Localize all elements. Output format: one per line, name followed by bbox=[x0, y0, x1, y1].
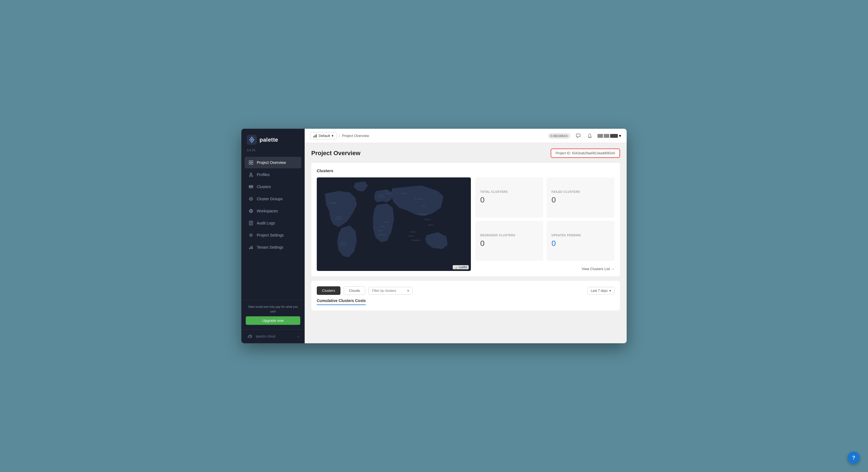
sidebar-item-label: Audit Logs bbox=[257, 221, 275, 225]
svg-text:Tanzania: Tanzania bbox=[408, 235, 414, 237]
clusters-grid: Canada NORTH AMERICA SOUTH AMERICA Unite… bbox=[317, 177, 615, 271]
clusters-section: Clusters bbox=[311, 163, 620, 276]
sidebar-item-profiles[interactable]: Profiles bbox=[245, 169, 301, 180]
sidebar-item-tenant-settings[interactable]: Tenant Settings bbox=[245, 241, 301, 253]
svg-text:Kingdom: Kingdom bbox=[378, 196, 385, 198]
sidebar-item-label: Cluster Groups bbox=[257, 197, 283, 201]
project-overview-icon bbox=[249, 160, 253, 165]
svg-text:Angola: Angola bbox=[380, 226, 385, 227]
chevron-down-icon: ▾ bbox=[609, 289, 611, 293]
svg-text:Russia: Russia bbox=[402, 193, 407, 194]
sidebar-item-label: Workspaces bbox=[257, 209, 278, 213]
svg-point-13 bbox=[250, 210, 252, 211]
sidebar-logo: palette bbox=[241, 129, 305, 147]
sidebar-item-label: Tenant Settings bbox=[257, 245, 283, 249]
world-map: Canada NORTH AMERICA SOUTH AMERICA Unite… bbox=[317, 177, 471, 271]
svg-text:Canada: Canada bbox=[329, 202, 336, 204]
svg-text:SOUTH: SOUTH bbox=[341, 242, 346, 244]
sidebar-bottom: spectro cloud ‹ bbox=[241, 329, 305, 343]
sidebar-item-label: Clusters bbox=[257, 184, 271, 189]
updates-pending-card: UPDATES PENDING 0 bbox=[547, 221, 615, 261]
svg-rect-23 bbox=[313, 136, 314, 138]
workspaces-icon bbox=[249, 208, 253, 213]
svg-text:Bangladesh: Bangladesh bbox=[418, 213, 427, 215]
main-content: Default ▾ / Project Overview 0.0$/100kCh bbox=[305, 129, 627, 343]
sidebar: palette 3.4.75 Project Overview bbox=[241, 129, 305, 343]
svg-text:Madagascar: Madagascar bbox=[412, 239, 420, 241]
upgrade-button[interactable]: Upgrade now bbox=[246, 316, 300, 325]
failed-clusters-label: FAILED CLUSTERS bbox=[552, 190, 580, 193]
svg-rect-1 bbox=[249, 161, 251, 162]
svg-rect-10 bbox=[249, 187, 253, 188]
svg-text:Iceland: Iceland bbox=[383, 190, 388, 192]
chat-icon[interactable] bbox=[575, 132, 582, 140]
cluster-stats: TOTAL CLUSTERS 0 FAILED CLUSTERS 0 DEGRA… bbox=[475, 177, 615, 261]
sidebar-item-project-settings[interactable]: Project Settings bbox=[245, 229, 301, 241]
map-svg: Canada NORTH AMERICA SOUTH AMERICA Unite… bbox=[317, 177, 471, 271]
sidebar-nav: Project Overview Profiles bbox=[241, 157, 305, 300]
degraded-clusters-value: 0 bbox=[480, 239, 485, 248]
filter-clusters-select[interactable]: Filter by clusters ▾ bbox=[369, 287, 412, 295]
svg-rect-4 bbox=[251, 163, 253, 165]
svg-text:Malaysia: Malaysia bbox=[428, 224, 434, 226]
upgrade-text: Start small and only pay for what you us… bbox=[246, 304, 300, 313]
breadcrumb-separator: / bbox=[339, 134, 340, 138]
chevron-down-icon: ▾ bbox=[332, 134, 334, 138]
sidebar-item-label: Project Settings bbox=[257, 233, 284, 237]
updates-pending-value: 0 bbox=[552, 239, 556, 248]
breadcrumb-current-page: Project Overview bbox=[342, 134, 369, 138]
svg-rect-9 bbox=[249, 187, 253, 187]
svg-point-11 bbox=[250, 198, 252, 199]
sidebar-item-project-overview[interactable]: Project Overview bbox=[245, 157, 301, 168]
project-id-badge: Project ID: 6342eab2faa0813ead9082e0 bbox=[551, 148, 620, 158]
sidebar-item-label: Profiles bbox=[257, 172, 270, 177]
user-menu[interactable]: ▾ bbox=[597, 133, 621, 138]
svg-text:Cambodia: Cambodia bbox=[424, 219, 430, 220]
svg-text:South Africa: South Africa bbox=[378, 234, 386, 235]
date-range-label: Last 7 days bbox=[591, 289, 608, 293]
project-selector[interactable]: Default ▾ bbox=[310, 132, 337, 139]
svg-point-5 bbox=[250, 173, 252, 175]
total-clusters-value: 0 bbox=[480, 196, 485, 204]
svg-point-22 bbox=[250, 234, 252, 236]
page-title: Project Overview bbox=[311, 149, 361, 157]
sidebar-item-clusters[interactable]: Clusters bbox=[245, 181, 301, 193]
svg-text:AMERICA: AMERICA bbox=[340, 244, 347, 246]
audit-logs-icon bbox=[249, 221, 253, 226]
sidebar-item-audit-logs[interactable]: Audit Logs bbox=[245, 217, 301, 229]
project-selector-label: Default bbox=[319, 134, 330, 138]
svg-text:AMERICA: AMERICA bbox=[335, 218, 342, 220]
chevron-down-icon: ▾ bbox=[407, 289, 409, 293]
spectro-cloud-logo bbox=[247, 333, 253, 339]
app-version: 3.4.75 bbox=[241, 147, 305, 157]
view-clusters-link[interactable]: View Clusters List → bbox=[475, 267, 615, 271]
help-button[interactable]: ? bbox=[848, 452, 860, 464]
sidebar-item-cluster-groups[interactable]: Cluster Groups bbox=[245, 193, 301, 205]
svg-rect-8 bbox=[249, 186, 253, 186]
tab-clouds[interactable]: Clouds bbox=[344, 286, 365, 295]
costs-section: Clusters Clouds Filter by clusters ▾ Las… bbox=[311, 281, 620, 310]
notification-icon[interactable] bbox=[586, 132, 594, 140]
date-range-filter[interactable]: Last 7 days ▾ bbox=[587, 287, 615, 295]
page-content: Project Overview Project ID: 6342eab2faa… bbox=[305, 143, 627, 343]
sidebar-collapse-button[interactable]: ‹ bbox=[298, 334, 299, 339]
svg-point-7 bbox=[249, 175, 253, 177]
sidebar-item-label: Project Overview bbox=[257, 160, 286, 165]
chart-icon bbox=[313, 134, 317, 138]
clusters-icon bbox=[249, 184, 253, 189]
sidebar-item-workspaces[interactable]: Workspaces bbox=[245, 205, 301, 217]
profiles-icon bbox=[249, 172, 253, 177]
total-clusters-label: TOTAL CLUSTERS bbox=[480, 190, 508, 193]
svg-text:Somalia: Somalia bbox=[410, 231, 415, 233]
project-settings-icon bbox=[249, 233, 253, 238]
failed-clusters-card: FAILED CLUSTERS 0 bbox=[547, 177, 615, 217]
total-clusters-card: TOTAL CLUSTERS 0 bbox=[475, 177, 543, 217]
tab-clusters[interactable]: Clusters bbox=[317, 286, 340, 295]
costs-header: Clusters Clouds Filter by clusters ▾ Las… bbox=[317, 286, 615, 295]
spectro-cloud-label: spectro cloud bbox=[256, 334, 275, 338]
svg-text:Sudan: Sudan bbox=[384, 222, 389, 223]
usage-badge: 0.0$/100kCh bbox=[548, 133, 570, 139]
svg-text:China: China bbox=[421, 205, 426, 207]
svg-rect-2 bbox=[251, 161, 253, 162]
svg-rect-25 bbox=[316, 134, 317, 138]
